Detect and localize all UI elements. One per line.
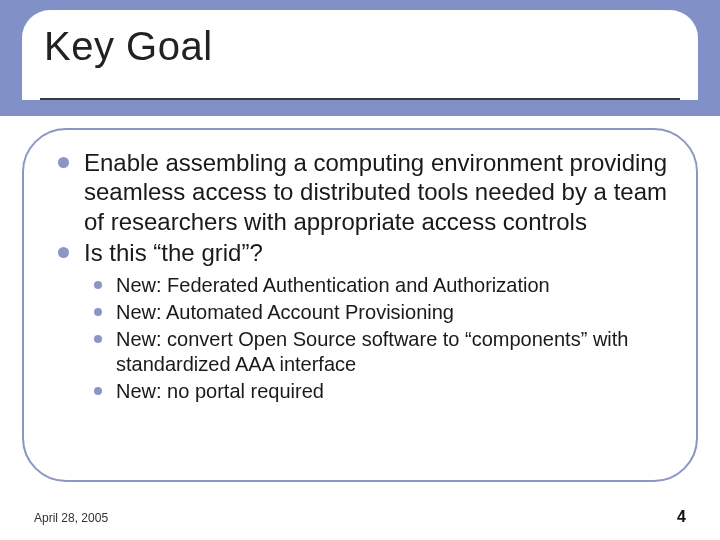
- title-underline: [40, 98, 680, 100]
- slide-title: Key Goal: [44, 24, 676, 69]
- sub-bullet-text: New: Automated Account Provisioning: [116, 301, 454, 323]
- slide: Key Goal Enable assembling a computing e…: [0, 0, 720, 540]
- sub-bullet-item: New: Federated Authentication and Author…: [94, 273, 668, 298]
- bullet-item: Enable assembling a computing environmen…: [58, 148, 668, 236]
- sub-bullet-text: New: convert Open Source software to “co…: [116, 328, 628, 375]
- sub-bullet-text: New: Federated Authentication and Author…: [116, 274, 550, 296]
- bullet-list: Enable assembling a computing environmen…: [58, 148, 668, 267]
- sub-bullet-list: New: Federated Authentication and Author…: [94, 273, 668, 404]
- sub-bullet-text: New: no portal required: [116, 380, 324, 402]
- page-number: 4: [677, 508, 686, 526]
- sub-bullet-item: New: convert Open Source software to “co…: [94, 327, 668, 377]
- bullet-item: Is this “the grid”?: [58, 238, 668, 267]
- title-plate: Key Goal: [22, 10, 698, 100]
- sub-bullet-item: New: no portal required: [94, 379, 668, 404]
- footer: April 28, 2005 4: [34, 508, 686, 526]
- content-bubble: Enable assembling a computing environmen…: [22, 128, 698, 482]
- sub-bullet-item: New: Automated Account Provisioning: [94, 300, 668, 325]
- bullet-text: Enable assembling a computing environmen…: [84, 149, 667, 235]
- footer-date: April 28, 2005: [34, 511, 108, 525]
- bullet-text: Is this “the grid”?: [84, 239, 263, 266]
